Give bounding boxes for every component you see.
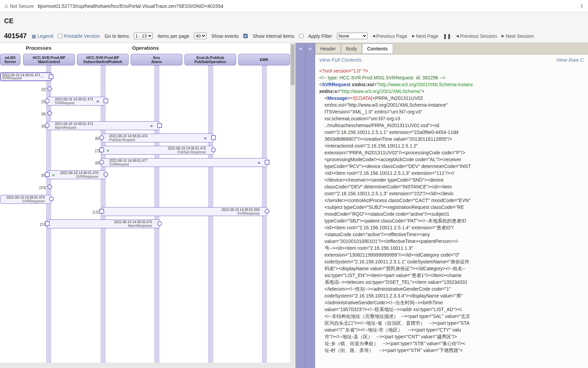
main-area: Processes Operations od.BSServer HCC.SVR… <box>0 43 588 368</box>
idx-2: [2] <box>42 87 46 91</box>
legend-link[interactable]: ▦ Legend <box>32 33 53 39</box>
lane-pubsub[interactable]: EnsLib.PubSubPubSubOperation <box>184 54 236 65</box>
view-raw-link[interactable]: View Raw C <box>556 57 584 63</box>
msg-12[interactable]: 2022-08-19 14:38:01.550 SVRResponse <box>101 207 267 216</box>
msg-8[interactable]: 2022-08-19 14:38:01.477 SVRRequest » <box>101 158 267 167</box>
detail-panel: Header Body Contents View Full Contents … <box>315 43 588 368</box>
idx-7: [7] <box>95 149 99 153</box>
msg-6[interactable]: 2022-08-19 14:38:01.474 PubSub.Request » <box>101 134 214 142</box>
next-page-button[interactable]: ▶ Next Page <box>412 33 438 39</box>
printable-checkbox[interactable] <box>58 34 62 38</box>
tab-header[interactable]: Header <box>315 44 341 54</box>
msg-7[interactable]: « 2022-08-19 14:38:01.475 PubSub.Respons… <box>101 146 214 155</box>
view-full-link[interactable]: View Full Contents <box>319 57 362 63</box>
goto-label: Go to items <box>104 33 129 39</box>
browser-address-bar: ⚠ Not Secure bjsvmse01:52773/csp/healths… <box>0 0 588 12</box>
idx-8: [8] <box>95 161 99 165</box>
session-id: 401547 <box>4 32 27 40</box>
section-operations: Operations <box>132 45 159 51</box>
lane-subscribe[interactable]: HCC.SVR.Prod.BPSubscribeAndPublish <box>77 54 129 65</box>
prev-session-button[interactable]: ◀ Previous Session <box>456 33 497 39</box>
url-text[interactable]: bjsvmse01:52773/csp/healthshare/hcc/EnsP… <box>38 3 577 9</box>
msg-1[interactable]: 2022-08-19 14:38:01.471 SVRRequest → <box>0 72 52 81</box>
perpage-label: Items per page <box>158 33 189 39</box>
printable-link[interactable]: Printable Version <box>58 33 100 39</box>
tab-contents[interactable]: Contents <box>362 44 393 54</box>
msg-13[interactable]: 2022-08-19 14:38:03.475 AlarmResponse <box>47 219 160 228</box>
msg-9[interactable]: « 2022-08-19 14:38:01.478 SVRResponse <box>47 170 106 179</box>
idx-12: [12] <box>93 210 99 214</box>
msg-3[interactable]: 2022-08-19 14:38:01.473 SVRRequest » <box>47 97 106 106</box>
pause-icon[interactable]: ❚❚ <box>443 33 451 39</box>
idx-4: [4] <box>42 112 46 116</box>
lane-services[interactable]: od.BSServer <box>0 54 20 65</box>
apply-filter-label: Apply Filter <box>308 33 332 39</box>
lane-alarm[interactable]: EnsAlarm <box>131 54 182 65</box>
detail-tabs: Header Body Contents <box>315 43 588 55</box>
lane-emr[interactable]: EMR <box>238 54 290 65</box>
next-session-button[interactable]: ▶ Next Session <box>502 33 534 39</box>
diamond-4[interactable] <box>47 110 53 116</box>
show-events-checkbox[interactable] <box>243 34 248 38</box>
tab-body[interactable]: Body <box>341 44 362 54</box>
trace-body: 2022-08-19 14:38:01.471 SVRRequest → [2]… <box>0 67 290 363</box>
lane-maincontrol[interactable]: HCC.SVR.Prod.BPMainControl <box>23 54 75 65</box>
msg-11[interactable]: 2022-08-19 14:38:01.479 SVRResponse <box>0 195 52 204</box>
section-processes: Processes <box>26 45 51 51</box>
page-title: CE <box>0 12 588 29</box>
expand-right-button[interactable]: » <box>306 43 315 368</box>
idx-6: [6] <box>95 136 99 140</box>
perpage-select[interactable]: 40 <box>194 33 207 39</box>
not-secure-badge: ⚠ Not Secure <box>4 3 34 9</box>
show-internal-checkbox[interactable] <box>299 34 304 38</box>
xml-content[interactable]: <?xml version="1.0" ?><!-- type: HCC.SVR… <box>315 65 588 368</box>
msg-5[interactable]: 2022-08-19 14:38:01.473 AlarmRequest » <box>47 121 160 130</box>
show-internal-label: Show internal items <box>252 33 294 39</box>
share-icon[interactable]: ⇪ <box>580 3 584 9</box>
diamond-2[interactable] <box>47 86 53 92</box>
toolbar: 401547 ▦ Legend Printable Version Go to … <box>0 29 588 43</box>
show-events-label: Show events <box>211 33 239 39</box>
detail-links: View Full Contents View Raw C <box>315 55 588 65</box>
goto-select[interactable]: 1 - 13 <box>134 33 153 39</box>
trace-diagram: Processes Operations od.BSServer HCC.SVR… <box>0 43 296 368</box>
trace-scrollbar-v[interactable] <box>290 43 295 368</box>
trace-scrollbar-h[interactable] <box>0 363 290 368</box>
swimlane-headers: Processes Operations od.BSServer HCC.SVR… <box>0 43 290 67</box>
diamond-10[interactable] <box>47 184 53 190</box>
idx-10: [10] <box>39 185 46 189</box>
collapse-left-button[interactable]: « <box>296 43 306 368</box>
prev-page-button[interactable]: ◀ Previous Page <box>372 33 407 39</box>
filter-select[interactable]: None <box>337 33 368 39</box>
